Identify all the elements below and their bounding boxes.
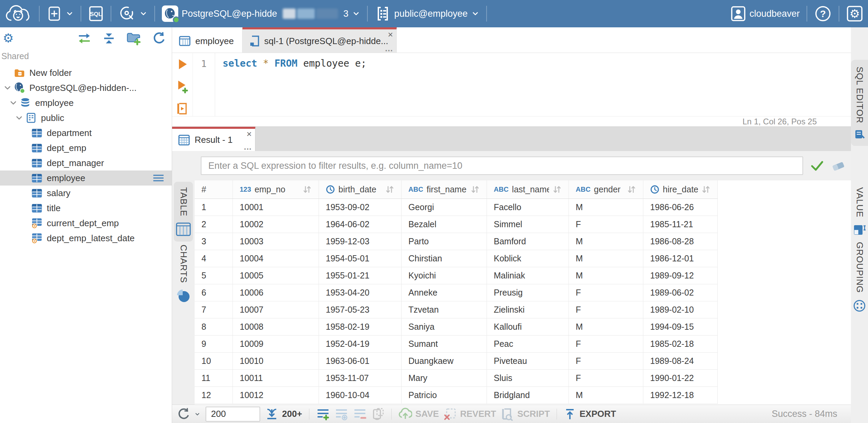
table-cell[interactable]: Sumant [402,336,487,353]
table-cell[interactable]: 8 [195,318,233,336]
table-cell[interactable]: 12 [195,387,233,404]
schema-selector[interactable]: public@employee [375,5,479,22]
table-cell[interactable]: Facello [487,199,569,216]
table-cell[interactable]: 10009 [233,336,319,353]
fetch-more-button[interactable]: 200+ [265,408,302,421]
table-cell[interactable]: Bridgland [487,387,569,404]
table-cell[interactable]: M [569,250,643,267]
sort-icon[interactable] [303,185,312,194]
table-cell[interactable]: F [569,370,643,387]
table-cell[interactable]: 1953-09-02 [319,199,402,216]
table-cell[interactable]: Simmel [487,216,569,233]
table-cell[interactable]: Preusig [487,284,569,301]
table-cell[interactable]: 10001 [233,199,319,216]
table-cell[interactable]: 1963-06-01 [319,353,402,370]
sync-connection-icon[interactable] [77,31,92,45]
table-cell[interactable]: 10002 [233,216,319,233]
table-cell[interactable]: Kyoichi [402,267,487,284]
column-header-birth_date[interactable]: birth_date [319,180,402,199]
table-row[interactable]: 11100111953-11-07MarySluisF1990-01-22 [195,370,851,387]
table-cell[interactable]: 1960-10-04 [319,387,402,404]
table-row[interactable]: 5100051955-01-21KyoichiMaliniakM1989-09-… [195,267,851,284]
table-cell[interactable]: 1992-12-18 [643,387,718,404]
table-cell[interactable]: 10005 [233,267,319,284]
table-row[interactable]: 9100091952-04-19SumantPeacF1985-02-18 [195,336,851,353]
collapse-all-icon[interactable] [102,31,116,45]
table-cell[interactable]: 10 [195,353,233,370]
table-cell[interactable]: Peac [487,336,569,353]
table-cell[interactable]: 1957-05-23 [319,301,402,318]
column-header-gender[interactable]: ABCgender [569,180,643,199]
table-cell[interactable]: 1964-06-02 [319,216,402,233]
tree-item-dept-emp-latest-date[interactable]: dept_emp_latest_date [0,231,172,246]
tree-twisty[interactable] [13,114,25,122]
table-cell[interactable]: Tzvetan [402,301,487,318]
tree-item-postgresql-ep-hidden-[interactable]: PostgreSQL@ep-hidden-... [0,80,172,95]
table-cell[interactable]: Bezalel [402,216,487,233]
driver-manager-button[interactable] [118,5,148,22]
table-cell[interactable]: F [569,301,643,318]
table-cell[interactable]: 1952-04-19 [319,336,402,353]
table-cell[interactable]: 1953-04-20 [319,284,402,301]
table-cell[interactable]: F [569,216,643,233]
table-cell[interactable]: 1989-09-12 [643,267,718,284]
sort-icon[interactable] [701,185,711,194]
new-object-button[interactable] [46,5,74,22]
refresh-results-button[interactable] [177,407,201,421]
sort-icon[interactable] [627,185,636,194]
table-row[interactable]: 4100041954-05-01ChirstianKoblickM1986-12… [195,250,851,267]
new-folder-icon[interactable] [126,31,142,45]
tree-item-employee[interactable]: employee [0,95,172,110]
row-limit-input[interactable] [206,407,260,422]
table-cell[interactable]: 7 [195,301,233,318]
table-row[interactable]: 10100101963-06-01DuangkaewPiveteauF1989-… [195,353,851,370]
tab-value-panel[interactable]: VALUE [851,180,868,243]
table-cell[interactable]: 1955-01-21 [319,267,402,284]
tab-sql-editor-panel[interactable]: SQL EDITOR [851,60,868,146]
filter-input[interactable] [201,156,803,175]
table-cell[interactable]: Anneke [402,284,487,301]
table-cell[interactable]: Sluis [487,370,569,387]
execute-script-button[interactable] [176,102,188,115]
table-cell[interactable]: 1985-11-21 [643,216,718,233]
table-cell[interactable]: M [569,318,643,336]
duplicate-row-button[interactable] [335,408,348,420]
table-cell[interactable]: 10008 [233,318,319,336]
tree-item-dept-emp[interactable]: dept_emp [0,140,172,155]
table-cell[interactable]: M [569,199,643,216]
tab-grouping-panel[interactable]: GROUPING [851,235,868,319]
table-cell[interactable]: Piveteau [487,353,569,370]
table-cell[interactable]: F [569,336,643,353]
table-cell[interactable]: 1 [195,199,233,216]
tab-menu-dots-icon[interactable] [244,143,252,151]
export-button[interactable]: EXPORT [564,408,616,420]
table-cell[interactable]: Patricio [402,387,487,404]
tree-item-dept-manager[interactable]: dept_manager [0,155,172,170]
table-cell[interactable]: 10004 [233,250,319,267]
table-row[interactable]: 12100121960-10-04PatricioBridglandM1992-… [195,387,851,404]
column-header-last_name[interactable]: ABClast_name [487,180,569,199]
table-cell[interactable]: F [569,284,643,301]
table-row[interactable]: 8100081958-02-19SaniyaKalloufiM1994-09-1… [195,318,851,336]
table-cell[interactable]: 1959-12-03 [319,233,402,250]
table-cell[interactable]: 1986-12-01 [643,250,718,267]
table-cell[interactable]: 1989-02-10 [643,301,718,318]
table-row[interactable]: 2100021964-06-02BezalelSimmelF1985-11-21 [195,216,851,233]
sql-code-area[interactable]: select * FROM employee e; [215,53,851,116]
table-cell[interactable]: 1986-06-26 [643,199,718,216]
table-cell[interactable]: 2 [195,216,233,233]
table-cell[interactable]: 1989-06-02 [643,284,718,301]
table-row[interactable]: 6100061953-04-20AnnekePreusigF1989-06-02 [195,284,851,301]
table-cell[interactable]: 10007 [233,301,319,318]
sort-icon[interactable] [385,185,394,194]
table-cell[interactable]: 1994-09-15 [643,318,718,336]
tree-item-salary[interactable]: salary [0,186,172,201]
execute-query-button[interactable] [177,58,188,71]
table-cell[interactable]: Bamford [487,233,569,250]
table-cell[interactable]: Maliniak [487,267,569,284]
table-cell[interactable]: Duangkaew [402,353,487,370]
table-cell[interactable]: 1990-01-22 [643,370,718,387]
save-button[interactable]: SAVE [398,407,439,421]
tab-result-1[interactable]: Result - 1 [172,127,255,151]
tab-charts-view[interactable]: CHARTS [174,239,193,308]
